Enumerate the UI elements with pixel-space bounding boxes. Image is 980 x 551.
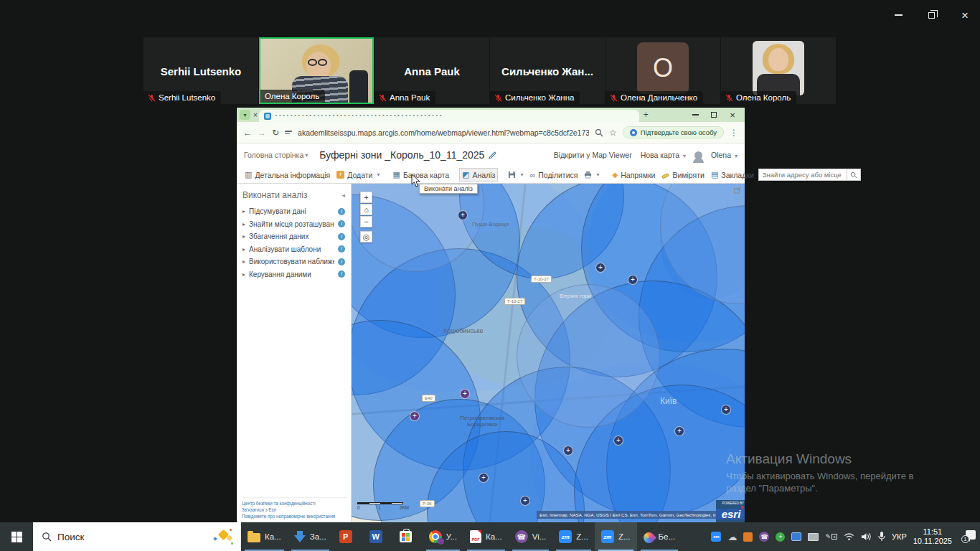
forward-icon[interactable]: →	[258, 128, 266, 138]
new-map-menu[interactable]: Нова карта ▾	[641, 151, 686, 159]
new-tab-button[interactable]: +	[644, 110, 649, 120]
tray-cloud-icon[interactable]: ☁	[727, 532, 737, 542]
participant-tile[interactable]: O Олена Данильченко	[606, 37, 720, 104]
find-my-location-button[interactable]: ◎	[360, 231, 372, 242]
panel-item-summarize[interactable]: ▸Підсумувати даніi	[237, 205, 351, 218]
browser-minimize-button[interactable]	[686, 108, 705, 121]
cluster-marker-icon[interactable]: +	[479, 473, 489, 483]
info-icon[interactable]: i	[338, 245, 345, 253]
contact-esri-link[interactable]: Зв'язатися з Esri	[242, 507, 276, 512]
info-icon[interactable]: i	[338, 270, 345, 278]
panel-item-proximity[interactable]: ▸Використовувати наближеністьi	[237, 255, 351, 268]
browser-tab[interactable]: ◔◔◔◔◔◔◔◔◔◔◔◔◔◔◔◔◔◔◔◔◔◔◔◔◔◔◔◔◔◔◔◔◔◔◔◔◔◔◔◔…	[259, 110, 639, 122]
tray-blue-app-icon[interactable]	[791, 532, 801, 541]
site-settings-icon[interactable]	[285, 131, 292, 134]
url-text[interactable]: akademlitseisspu.maps.arcgis.com/home/we…	[298, 128, 589, 137]
taskbar-app-store[interactable]	[393, 522, 423, 551]
wifi-icon[interactable]	[844, 532, 854, 541]
cluster-marker-icon[interactable]: +	[674, 426, 684, 436]
tray-pen-icon[interactable]: ✎x	[825, 533, 837, 540]
cluster-marker-icon[interactable]: +	[410, 411, 420, 421]
tab-search-chevron-icon[interactable]: ▾	[240, 110, 250, 120]
reload-icon[interactable]: ↻	[272, 128, 279, 138]
geocode-search-input[interactable]	[758, 169, 847, 181]
taskbar-app-chrome[interactable]: У...	[423, 522, 463, 551]
panel-item-find-locations[interactable]: ▸Знайти місця розташуванняi	[237, 218, 351, 231]
collapse-panel-icon[interactable]: ◂	[341, 192, 345, 199]
taskbar-clock[interactable]: 11:5110.11.2025	[913, 527, 952, 546]
bookmark-star-icon[interactable]: ☆	[609, 128, 617, 138]
taskbar-app-word[interactable]: W	[363, 522, 393, 551]
close-button[interactable]: ×	[954, 7, 976, 23]
details-button[interactable]: ▥Детальна інформація	[242, 169, 332, 181]
info-icon[interactable]: i	[338, 258, 345, 265]
directions-button[interactable]: ◆Напрямки	[611, 169, 658, 181]
minimize-button[interactable]	[887, 7, 909, 23]
panel-item-manage-data[interactable]: ▸Керування данимиi	[237, 268, 351, 281]
analysis-button[interactable]: ◩Аналіз	[460, 169, 497, 181]
zoom-in-button[interactable]: +	[360, 192, 372, 203]
taskbar-search[interactable]: Поиск	[33, 522, 241, 551]
taskbar-app-zoom[interactable]: zmZ...	[552, 522, 595, 551]
browser-maximize-button[interactable]	[705, 108, 723, 121]
tray-antivirus-icon[interactable]: +	[776, 532, 785, 542]
cluster-marker-icon[interactable]: +	[563, 446, 573, 456]
modify-map-icon[interactable]	[734, 187, 741, 194]
participant-tile[interactable]: Олена Король	[721, 37, 836, 104]
taskbar-app-folder[interactable]: Ка...	[241, 522, 288, 551]
close-tab-icon[interactable]: ×	[253, 111, 258, 119]
edit-title-icon[interactable]	[489, 151, 497, 159]
back-icon[interactable]: ←	[243, 128, 252, 138]
taskbar-app-viber[interactable]: ☎Vi...	[509, 522, 553, 551]
home-extent-button[interactable]: ⌂	[360, 204, 372, 215]
zoom-out-button[interactable]: −	[360, 216, 372, 227]
participant-tile[interactable]: Сильченко Жан... Сильченко Жанна	[490, 37, 605, 104]
panel-item-analyze-patterns[interactable]: ▸Аналізувати шаблониi	[237, 243, 351, 256]
map-canvas[interactable]: +++++++++++ Пуща-Водиця Коцюбинське Вітр…	[352, 184, 745, 522]
measure-button[interactable]: Виміряти	[659, 169, 707, 181]
participant-tile[interactable]: Serhii Lutsenko Serhii Lutsenko	[143, 37, 258, 104]
panel-item-enrich[interactable]: ▸Збагачення данихi	[237, 230, 351, 243]
taskbar-app-powerpoint[interactable]: P	[333, 522, 363, 551]
tray-viber-icon[interactable]: ☎	[759, 532, 769, 542]
info-icon[interactable]: i	[338, 233, 345, 240]
cluster-marker-icon[interactable]: +	[460, 389, 470, 399]
geocode-search-button[interactable]	[847, 169, 861, 181]
action-center-button[interactable]: 1	[961, 530, 976, 543]
print-button[interactable]: ▾	[582, 169, 601, 180]
tray-orange-app-icon[interactable]	[743, 532, 753, 542]
save-button[interactable]: ▾	[506, 169, 525, 180]
taskbar-app-paint[interactable]: Бе...	[637, 522, 682, 551]
cluster-marker-icon[interactable]: +	[721, 405, 731, 415]
browser-menu-icon[interactable]: ⋮	[730, 128, 738, 138]
cluster-marker-icon[interactable]: +	[613, 435, 623, 446]
browser-close-button[interactable]: ×	[723, 108, 742, 121]
taskbar-app-zoom-active[interactable]: zmZ...	[595, 522, 637, 551]
home-page-menu[interactable]: Головна сторінка	[244, 151, 303, 159]
privacy-link[interactable]: Центр безпеки та конфіденційності	[242, 501, 316, 506]
volume-icon[interactable]	[861, 532, 872, 541]
open-in-map-viewer-link[interactable]: Відкрити у Map Viewer	[554, 151, 632, 159]
bookmarks-button[interactable]: ▤Закладки	[709, 169, 756, 181]
cluster-marker-icon[interactable]: +	[628, 275, 638, 285]
cluster-marker-icon[interactable]: +	[520, 496, 530, 506]
add-button[interactable]: +Додати▾	[334, 169, 382, 181]
microphone-icon[interactable]	[878, 532, 885, 542]
tray-display-icon[interactable]	[808, 533, 819, 541]
report-abuse-link[interactable]: Повідомити про неправомірне використання	[242, 513, 347, 519]
info-icon[interactable]: i	[338, 220, 345, 227]
taskbar-app-acrobat[interactable]: PDFКа...	[463, 522, 509, 551]
tray-zoom-icon[interactable]: zm	[711, 532, 721, 542]
verify-identity-button[interactable]: Підтвердьте свою особу	[623, 126, 724, 138]
start-button[interactable]	[0, 522, 33, 551]
cluster-marker-icon[interactable]: +	[595, 263, 606, 273]
user-menu[interactable]: Olena ▾	[711, 151, 738, 159]
participant-tile-active-speaker[interactable]: Олена Король	[259, 37, 374, 104]
share-button[interactable]: ∞Поділитися	[527, 169, 580, 181]
taskbar-app-downloads[interactable]: За...	[288, 522, 333, 551]
cluster-marker-icon[interactable]: +	[458, 210, 468, 220]
zoom-page-icon[interactable]	[595, 128, 603, 137]
info-icon[interactable]: i	[338, 208, 345, 215]
restore-button[interactable]	[920, 7, 942, 23]
participant-tile[interactable]: Anna Pauk Anna Pauk	[374, 37, 489, 104]
